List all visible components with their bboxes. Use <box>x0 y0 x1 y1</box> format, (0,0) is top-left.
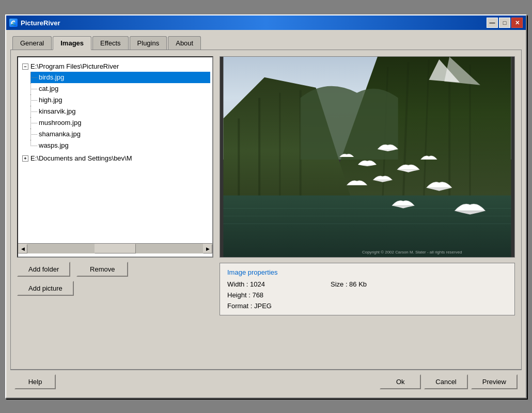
scroll-right-arrow[interactable]: ▶ <box>203 244 212 253</box>
file-item-kinsarvik[interactable]: kinsarvik.jpg <box>30 106 210 117</box>
prop-size: Size : 86 Kb <box>331 280 434 288</box>
tab-about[interactable]: About <box>168 36 201 50</box>
window-body: General Images Effects Plugins About <box>6 30 526 398</box>
window-title: PictureRiver <box>21 19 60 27</box>
expand-btn-1[interactable]: − <box>22 63 28 70</box>
action-buttons-row-2: Add picture <box>17 281 213 296</box>
title-bar-left: 🌊 PictureRiver <box>9 19 60 27</box>
svg-text:Copyright © 2002 Carson M. Sla: Copyright © 2002 Carson M. Slater - all … <box>362 250 462 255</box>
main-window: 🌊 PictureRiver — □ ✕ General Images Effe… <box>5 14 527 399</box>
content-layout: − E:\Program Files\PictureRiver birds.jp… <box>17 56 515 315</box>
file-item-mushroom[interactable]: mushroom.jpg <box>30 117 210 129</box>
ok-button[interactable]: Ok <box>380 374 421 389</box>
scroll-thumb[interactable] <box>95 244 136 253</box>
title-bar: 🌊 PictureRiver — □ ✕ <box>6 15 526 30</box>
folder-2[interactable]: + E:\Documents and Settings\bev\M <box>20 153 210 164</box>
tab-content: − E:\Program Files\PictureRiver birds.jp… <box>10 50 522 370</box>
tab-general[interactable]: General <box>12 36 52 50</box>
prop-format: Format : JPEG <box>227 302 331 310</box>
maximize-button[interactable]: □ <box>499 18 510 28</box>
file-item-cat[interactable]: cat.jpg <box>30 83 210 94</box>
properties-grid: Width : 1024 Size : 86 Kb Height : 768 F… <box>227 280 507 310</box>
folder-2-path: E:\Documents and Settings\bev\M <box>30 153 132 164</box>
tab-images[interactable]: Images <box>53 36 91 50</box>
bottom-left: Help <box>14 374 56 389</box>
tab-effects[interactable]: Effects <box>92 36 129 50</box>
app-icon: 🌊 <box>9 19 18 27</box>
file-item-shamanka[interactable]: shamanka.jpg <box>30 129 210 140</box>
prop-width: Width : 1024 <box>227 280 331 288</box>
add-picture-button[interactable]: Add picture <box>17 281 74 296</box>
left-panel: − E:\Program Files\PictureRiver birds.jp… <box>17 56 213 315</box>
file-list-1: birds.jpg cat.jpg high.jpg <box>20 72 210 151</box>
title-buttons: — □ ✕ <box>487 18 523 28</box>
tab-plugins[interactable]: Plugins <box>130 36 167 50</box>
scroll-track[interactable] <box>27 244 203 253</box>
file-item-wasps[interactable]: wasps.jpg <box>30 140 210 151</box>
folder-1-path: E:\Program Files\PictureRiver <box>30 61 119 72</box>
image-preview: Copyright © 2002 Carson M. Slater - all … <box>220 56 515 258</box>
expand-btn-2[interactable]: + <box>22 155 28 162</box>
action-buttons-row-1: Add folder Remove <box>17 262 213 277</box>
file-tree: − E:\Program Files\PictureRiver birds.jp… <box>18 57 212 243</box>
preview-button[interactable]: Preview <box>471 374 518 389</box>
prop-empty <box>331 291 434 299</box>
add-folder-button[interactable]: Add folder <box>17 262 70 277</box>
bottom-right: Ok Cancel Preview <box>380 374 518 389</box>
help-button[interactable]: Help <box>14 374 56 389</box>
prop-height: Height : 768 <box>227 291 331 299</box>
folder-1[interactable]: − E:\Program Files\PictureRiver <box>20 61 210 72</box>
image-properties-panel: Image properties Width : 1024 Size : 86 … <box>220 263 515 315</box>
remove-button[interactable]: Remove <box>76 262 128 277</box>
preview-image: Copyright © 2002 Carson M. Slater - all … <box>220 57 514 257</box>
file-item-birds[interactable]: birds.jpg <box>30 72 210 83</box>
bottom-bar: Help Ok Cancel Preview <box>10 370 522 393</box>
file-item-high[interactable]: high.jpg <box>30 94 210 106</box>
folder-node-2: + E:\Documents and Settings\bev\M <box>20 153 210 164</box>
file-tree-box[interactable]: − E:\Program Files\PictureRiver birds.jp… <box>17 56 213 258</box>
tab-bar: General Images Effects Plugins About <box>10 34 522 50</box>
minimize-button[interactable]: — <box>487 18 498 28</box>
scroll-left-arrow[interactable]: ◀ <box>18 244 27 253</box>
close-button[interactable]: ✕ <box>511 18 523 28</box>
image-properties-title: Image properties <box>227 268 507 276</box>
right-panel: Copyright © 2002 Carson M. Slater - all … <box>220 56 515 315</box>
folder-node-1: − E:\Program Files\PictureRiver birds.jp… <box>20 61 210 151</box>
cancel-button[interactable]: Cancel <box>424 374 467 389</box>
h-scrollbar[interactable]: ◀ ▶ <box>18 243 212 253</box>
